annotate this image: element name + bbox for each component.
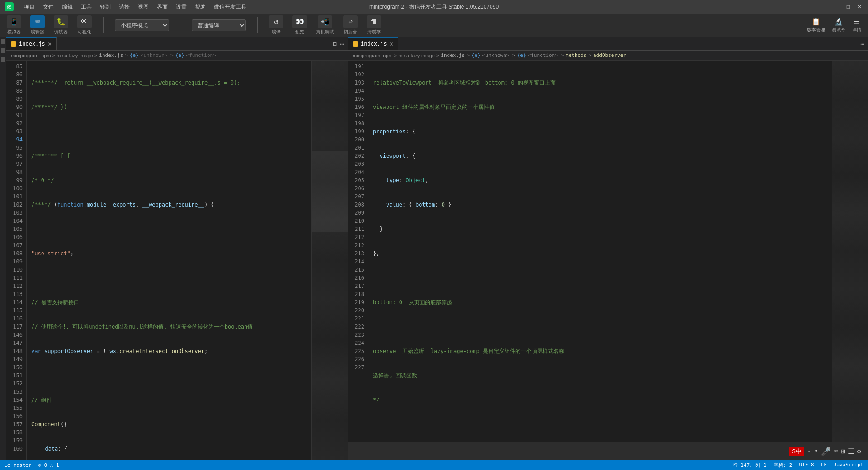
visual-icon[interactable]: 👁 — [77, 15, 92, 28]
compile-select-group: 普通编译 — [192, 19, 246, 31]
simulator-icon[interactable]: 📱 — [7, 15, 21, 28]
ime-mic[interactable]: 🎤 — [821, 446, 831, 456]
title-bar: 微 项目 文件 编辑 工具 转到 选择 视图 界面 设置 帮助 微信开发工具 m… — [0, 0, 868, 14]
menu-select[interactable]: 选择 — [115, 2, 133, 12]
menu-goto[interactable]: 转到 — [96, 2, 114, 12]
right-code-line-205 — [373, 420, 832, 428]
close-btn[interactable]: ✕ — [855, 2, 863, 12]
mode-select-group: 小程序模式 — [115, 19, 169, 31]
input-toolbar: S中 · • 🎤 ⌨ ⊞ ☰ ⚙ — [348, 442, 868, 460]
menu-help[interactable]: 帮助 — [191, 2, 209, 12]
cut-debug-icon[interactable]: ↩ — [343, 15, 358, 28]
editor-label: 编辑器 — [31, 29, 44, 35]
toolbar-simulator[interactable]: 📱 模拟器 — [7, 15, 21, 35]
split-editor-btn[interactable]: ⊞ — [333, 40, 336, 47]
minimap-viewport[interactable] — [312, 151, 348, 232]
toolbar-clear-cache[interactable]: 🗑 清缓存 — [367, 15, 381, 35]
error-count[interactable]: ⊘ 0 △ 1 — [38, 462, 59, 468]
right-code-content[interactable]: relativeToViewport 将参考区域相对到 bottom: 0 的视… — [368, 61, 832, 442]
activity-git[interactable] — [1, 57, 5, 62]
refresh-icon[interactable]: ↺ — [269, 15, 283, 28]
menu-file[interactable]: 文件 — [39, 2, 57, 12]
menu-settings[interactable]: 设置 — [172, 2, 190, 12]
ime-dot1: · — [807, 447, 811, 456]
right-minimap — [832, 61, 868, 442]
code-line-95: // 使用这个!, 可以将undefined以及null这样的值, 快速安全的转… — [31, 323, 311, 331]
menu-project[interactable]: 项目 — [20, 2, 38, 12]
left-breadcrumb: miniprogram_npm > mina-lazy-image > inde… — [6, 51, 348, 61]
file-encoding[interactable]: UTF-8 — [799, 462, 814, 469]
cursor-position[interactable]: 行 147, 列 1 — [733, 462, 767, 469]
ime-settings2[interactable]: ⚙ — [857, 447, 861, 456]
code-line-86: /******/ }) — [31, 103, 311, 111]
left-tab-bar: index.js × ⊞ ⋯ — [6, 37, 348, 51]
right-code-line-195: type: Object, — [373, 176, 832, 184]
right-tab-indexjs[interactable]: index.js × — [348, 37, 398, 50]
left-code-content[interactable]: /******/ return __webpack_require__(__we… — [27, 61, 311, 460]
toolbar-test[interactable]: 🔬 测试号 — [832, 17, 845, 33]
menu-view[interactable]: 视图 — [134, 2, 152, 12]
menu-interface[interactable]: 界面 — [153, 2, 171, 12]
toolbar-debug[interactable]: 🐛 调试器 — [54, 15, 68, 35]
editor-icon[interactable]: ⌨ — [30, 15, 45, 28]
right-code-line-194: viewport: { — [373, 152, 832, 160]
clear-cache-icon[interactable]: 🗑 — [367, 15, 381, 28]
activity-search[interactable] — [1, 48, 5, 53]
ime-settings1[interactable]: ☰ — [848, 447, 854, 456]
ime-chinese[interactable]: S中 — [789, 446, 804, 456]
left-code-editor: 85 86 87 88 89 90 91 92 93 94 95 96 97 9… — [6, 61, 311, 460]
toolbar-editor[interactable]: ⌨ 编辑器 — [30, 15, 45, 35]
real-debug-icon[interactable]: 📲 — [318, 15, 332, 28]
toolbar-refresh[interactable]: ↺ 编译 — [269, 15, 283, 35]
line-ending[interactable]: LF — [821, 462, 827, 469]
right-code-line-196: value: { bottom: 0 } — [373, 201, 832, 209]
version-icon[interactable]: 📋 — [811, 17, 821, 26]
left-tab-close[interactable]: × — [48, 40, 52, 47]
activity-explorer[interactable] — [1, 39, 5, 44]
detail-icon[interactable]: ☰ — [854, 17, 860, 26]
preview-icon[interactable]: 👀 — [292, 15, 307, 28]
maximize-btn[interactable]: □ — [845, 2, 852, 12]
toolbar-preview[interactable]: 👀 预览 — [292, 15, 307, 35]
visual-label: 可视化 — [78, 29, 91, 35]
code-line-100: data: { — [31, 445, 311, 453]
ime-grid[interactable]: ⊞ — [841, 447, 845, 456]
menu-wechat-tools[interactable]: 微信开发工具 — [210, 2, 250, 12]
left-line-numbers: 85 86 87 88 89 90 91 92 93 94 95 96 97 9… — [6, 61, 27, 460]
simulator-label: 模拟器 — [7, 29, 21, 35]
toolbar-version[interactable]: 📋 版本管理 — [807, 17, 825, 33]
toolbar-right: 📋 版本管理 🔬 测试号 ☰ 详情 — [807, 17, 861, 33]
clear-cache-label: 清缓存 — [367, 29, 381, 35]
menu-edit[interactable]: 编辑 — [58, 2, 76, 12]
git-branch[interactable]: ⎇ master — [5, 462, 31, 468]
compile-select[interactable]: 普通编译 — [192, 19, 246, 31]
right-more-btn[interactable]: ⋯ — [861, 40, 864, 47]
left-minimap — [311, 61, 348, 460]
code-line-98: // 组件 — [31, 396, 311, 404]
indent-size[interactable]: 空格: 2 — [774, 462, 793, 469]
right-code-line-202: observe 开始监听 .lazy-image-comp 是目定义组件的一个顶… — [373, 347, 832, 355]
right-breadcrumb: miniprogram_npm > mina-lazy-image > inde… — [348, 51, 868, 61]
toolbar-detail[interactable]: ☰ 详情 — [852, 17, 861, 33]
right-breadcrumb-file: index.js — [441, 52, 465, 58]
code-line-93 — [31, 274, 311, 282]
toolbar-cut-debug[interactable]: ↩ 切后台 — [343, 15, 358, 35]
code-line-99: Component({ — [31, 420, 311, 428]
right-breadcrumb-addObserver: addObserver — [593, 52, 626, 58]
code-line-87 — [31, 127, 311, 136]
toolbar-visual[interactable]: 👁 可视化 — [77, 15, 92, 35]
ime-keyboard[interactable]: ⌨ — [834, 447, 838, 456]
test-icon[interactable]: 🔬 — [834, 17, 843, 26]
language-mode[interactable]: JavaScript — [834, 462, 863, 469]
more-btn[interactable]: ⋯ — [340, 40, 344, 47]
mode-select[interactable]: 小程序模式 — [115, 19, 169, 31]
debug-icon[interactable]: 🐛 — [54, 15, 68, 28]
right-minimap-visualization — [832, 61, 868, 442]
menu-tool[interactable]: 工具 — [77, 2, 95, 12]
right-code-line-192: viewport 组件的属性对象里面定义的一个属性值 — [373, 103, 832, 111]
minimize-btn[interactable]: ─ — [834, 2, 841, 12]
left-tab-indexjs[interactable]: index.js × — [6, 37, 57, 50]
toolbar-real-debug[interactable]: 📲 真机调试 — [316, 15, 334, 35]
right-tab-close[interactable]: × — [390, 40, 393, 47]
real-debug-label: 真机调试 — [316, 29, 334, 35]
